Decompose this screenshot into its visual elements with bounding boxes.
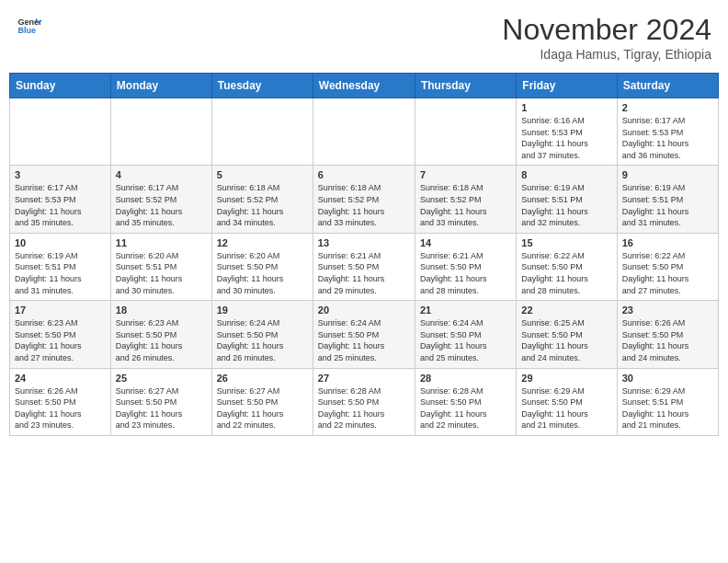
calendar-cell: 6Sunrise: 6:18 AM Sunset: 5:52 PM Daylig… (313, 166, 415, 233)
title-block: November 2024 Idaga Hamus, Tigray, Ethio… (502, 13, 711, 62)
calendar-cell: 9Sunrise: 6:19 AM Sunset: 5:51 PM Daylig… (617, 166, 718, 233)
day-info: Sunrise: 6:18 AM Sunset: 5:52 PM Dayligh… (420, 182, 511, 228)
day-info: Sunrise: 6:23 AM Sunset: 5:50 PM Dayligh… (15, 317, 106, 363)
day-info: Sunrise: 6:24 AM Sunset: 5:50 PM Dayligh… (420, 317, 511, 363)
weekday-header-row: SundayMondayTuesdayWednesdayThursdayFrid… (10, 74, 719, 98)
day-number: 11 (116, 237, 207, 248)
day-info: Sunrise: 6:18 AM Sunset: 5:52 PM Dayligh… (217, 182, 308, 228)
page-header: General Blue November 2024 Idaga Hamus, … (9, 9, 719, 65)
day-number: 27 (318, 373, 410, 384)
calendar-cell (110, 98, 211, 166)
calendar-cell: 28Sunrise: 6:28 AM Sunset: 5:50 PM Dayli… (415, 368, 516, 435)
day-info: Sunrise: 6:29 AM Sunset: 5:50 PM Dayligh… (521, 385, 611, 431)
day-info: Sunrise: 6:28 AM Sunset: 5:50 PM Dayligh… (318, 385, 410, 431)
day-number: 17 (15, 304, 106, 316)
calendar-cell: 22Sunrise: 6:25 AM Sunset: 5:50 PM Dayli… (517, 301, 617, 368)
day-number: 24 (15, 373, 106, 384)
calendar-cell: 5Sunrise: 6:18 AM Sunset: 5:52 PM Daylig… (211, 166, 313, 233)
calendar-cell (211, 98, 313, 166)
calendar-cell: 21Sunrise: 6:24 AM Sunset: 5:50 PM Dayli… (415, 301, 516, 368)
day-number: 4 (116, 169, 207, 180)
calendar-table: SundayMondayTuesdayWednesdayThursdayFrid… (9, 73, 719, 436)
calendar-cell: 15Sunrise: 6:22 AM Sunset: 5:50 PM Dayli… (517, 233, 617, 300)
day-info: Sunrise: 6:19 AM Sunset: 5:51 PM Dayligh… (622, 182, 713, 228)
day-number: 20 (318, 304, 410, 316)
day-info: Sunrise: 6:18 AM Sunset: 5:52 PM Dayligh… (318, 182, 410, 228)
day-number: 14 (420, 237, 511, 248)
day-info: Sunrise: 6:27 AM Sunset: 5:50 PM Dayligh… (116, 385, 207, 431)
weekday-header-saturday: Saturday (617, 74, 718, 98)
day-number: 8 (521, 169, 611, 180)
calendar-cell: 26Sunrise: 6:27 AM Sunset: 5:50 PM Dayli… (211, 368, 313, 435)
day-number: 5 (217, 169, 308, 180)
calendar-cell: 12Sunrise: 6:20 AM Sunset: 5:50 PM Dayli… (211, 233, 313, 300)
svg-text:Blue: Blue (17, 26, 36, 35)
weekday-header-sunday: Sunday (10, 74, 111, 98)
day-number: 9 (622, 169, 713, 180)
day-info: Sunrise: 6:16 AM Sunset: 5:53 PM Dayligh… (521, 115, 611, 161)
calendar-cell: 27Sunrise: 6:28 AM Sunset: 5:50 PM Dayli… (313, 368, 415, 435)
day-info: Sunrise: 6:24 AM Sunset: 5:50 PM Dayligh… (318, 317, 410, 363)
calendar-cell: 11Sunrise: 6:20 AM Sunset: 5:51 PM Dayli… (110, 233, 211, 300)
day-info: Sunrise: 6:28 AM Sunset: 5:50 PM Dayligh… (420, 385, 511, 431)
calendar-cell: 1Sunrise: 6:16 AM Sunset: 5:53 PM Daylig… (517, 98, 617, 166)
calendar-cell: 2Sunrise: 6:17 AM Sunset: 5:53 PM Daylig… (617, 98, 718, 166)
day-info: Sunrise: 6:20 AM Sunset: 5:50 PM Dayligh… (217, 250, 308, 296)
calendar-cell (415, 98, 516, 166)
day-number: 22 (521, 304, 611, 316)
day-number: 6 (318, 169, 410, 180)
day-number: 23 (622, 304, 713, 316)
day-number: 15 (521, 237, 611, 248)
day-info: Sunrise: 6:26 AM Sunset: 5:50 PM Dayligh… (622, 317, 713, 363)
day-info: Sunrise: 6:29 AM Sunset: 5:51 PM Dayligh… (622, 385, 713, 431)
calendar-cell: 25Sunrise: 6:27 AM Sunset: 5:50 PM Dayli… (110, 368, 211, 435)
day-info: Sunrise: 6:22 AM Sunset: 5:50 PM Dayligh… (521, 250, 611, 296)
calendar-cell: 4Sunrise: 6:17 AM Sunset: 5:52 PM Daylig… (110, 166, 211, 233)
day-number: 2 (622, 102, 713, 113)
day-number: 12 (217, 237, 308, 248)
weekday-header-friday: Friday (517, 74, 617, 98)
day-info: Sunrise: 6:19 AM Sunset: 5:51 PM Dayligh… (521, 182, 611, 228)
day-info: Sunrise: 6:23 AM Sunset: 5:50 PM Dayligh… (116, 317, 207, 363)
day-info: Sunrise: 6:25 AM Sunset: 5:50 PM Dayligh… (521, 317, 611, 363)
weekday-header-monday: Monday (110, 74, 211, 98)
calendar-week-3: 10Sunrise: 6:19 AM Sunset: 5:51 PM Dayli… (10, 233, 719, 300)
calendar-cell (313, 98, 415, 166)
month-title: November 2024 (502, 13, 711, 47)
calendar-cell: 3Sunrise: 6:17 AM Sunset: 5:53 PM Daylig… (10, 166, 111, 233)
calendar-cell: 14Sunrise: 6:21 AM Sunset: 5:50 PM Dayli… (415, 233, 516, 300)
logo: General Blue (17, 13, 42, 39)
day-number: 16 (622, 237, 713, 248)
calendar-cell: 30Sunrise: 6:29 AM Sunset: 5:51 PM Dayli… (617, 368, 718, 435)
day-number: 1 (521, 102, 611, 113)
day-info: Sunrise: 6:20 AM Sunset: 5:51 PM Dayligh… (116, 250, 207, 296)
calendar-cell: 23Sunrise: 6:26 AM Sunset: 5:50 PM Dayli… (617, 301, 718, 368)
day-number: 28 (420, 373, 511, 384)
calendar-cell: 29Sunrise: 6:29 AM Sunset: 5:50 PM Dayli… (517, 368, 617, 435)
day-number: 10 (15, 237, 106, 248)
calendar-week-4: 17Sunrise: 6:23 AM Sunset: 5:50 PM Dayli… (10, 301, 719, 368)
calendar-week-2: 3Sunrise: 6:17 AM Sunset: 5:53 PM Daylig… (10, 166, 719, 233)
day-number: 30 (622, 373, 713, 384)
day-info: Sunrise: 6:21 AM Sunset: 5:50 PM Dayligh… (420, 250, 511, 296)
day-number: 7 (420, 169, 511, 180)
calendar-cell: 8Sunrise: 6:19 AM Sunset: 5:51 PM Daylig… (517, 166, 617, 233)
day-info: Sunrise: 6:24 AM Sunset: 5:50 PM Dayligh… (217, 317, 308, 363)
day-info: Sunrise: 6:17 AM Sunset: 5:53 PM Dayligh… (622, 115, 713, 161)
calendar-cell (10, 98, 111, 166)
day-info: Sunrise: 6:27 AM Sunset: 5:50 PM Dayligh… (217, 385, 308, 431)
day-number: 13 (318, 237, 410, 248)
calendar-cell: 24Sunrise: 6:26 AM Sunset: 5:50 PM Dayli… (10, 368, 111, 435)
day-number: 3 (15, 169, 106, 180)
day-number: 25 (116, 373, 207, 384)
calendar-week-1: 1Sunrise: 6:16 AM Sunset: 5:53 PM Daylig… (10, 98, 719, 166)
calendar-cell: 7Sunrise: 6:18 AM Sunset: 5:52 PM Daylig… (415, 166, 516, 233)
day-info: Sunrise: 6:22 AM Sunset: 5:50 PM Dayligh… (622, 250, 713, 296)
day-number: 21 (420, 304, 511, 316)
day-info: Sunrise: 6:17 AM Sunset: 5:53 PM Dayligh… (15, 182, 106, 228)
calendar-cell: 17Sunrise: 6:23 AM Sunset: 5:50 PM Dayli… (10, 301, 111, 368)
day-info: Sunrise: 6:21 AM Sunset: 5:50 PM Dayligh… (318, 250, 410, 296)
weekday-header-thursday: Thursday (415, 74, 516, 98)
calendar-cell: 16Sunrise: 6:22 AM Sunset: 5:50 PM Dayli… (617, 233, 718, 300)
day-info: Sunrise: 6:19 AM Sunset: 5:51 PM Dayligh… (15, 250, 106, 296)
